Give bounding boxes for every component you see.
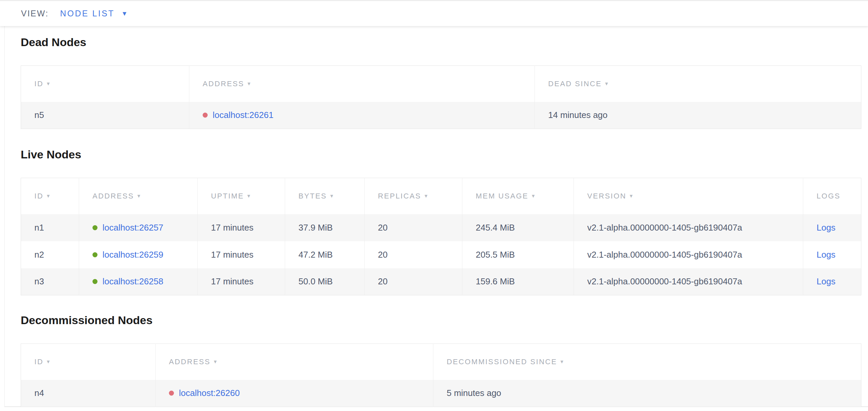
live-nodes-table: ID▾ ADDRESS▾ UPTIME▾ BYTES▾ REPLICAS▾ ME… xyxy=(21,178,861,295)
node-id-cell: n2 xyxy=(21,241,79,268)
column-header-uptime[interactable]: UPTIME▾ xyxy=(198,178,285,214)
sort-arrow-icon: ▾ xyxy=(214,358,218,365)
node-address-link[interactable]: localhost:26260 xyxy=(179,388,240,398)
sort-arrow-icon: ▾ xyxy=(561,358,564,365)
dead-since-cell: 14 minutes ago xyxy=(535,102,861,129)
version-cell: v2.1-alpha.00000000-1405-gb6190407a xyxy=(574,268,803,295)
column-label: ID xyxy=(34,192,43,200)
column-label: REPLICAS xyxy=(378,192,421,200)
sort-arrow-icon: ▾ xyxy=(248,81,251,87)
decommissioned-nodes-table: ID▾ ADDRESS▾ DECOMMISSIONED SINCE▾ n4 lo… xyxy=(21,344,861,407)
node-address-cell: localhost:26261 xyxy=(189,102,535,129)
uptime-cell: 17 minutes xyxy=(198,268,285,295)
column-header-address[interactable]: ADDRESS▾ xyxy=(156,344,433,380)
view-selector-dropdown[interactable]: NODE LIST ▼ xyxy=(60,9,127,19)
sort-arrow-icon: ▾ xyxy=(630,193,633,199)
column-header-logs: LOGS xyxy=(803,178,861,214)
logs-cell: Logs xyxy=(803,214,861,241)
column-label: DEAD SINCE xyxy=(548,80,601,88)
column-label: ID xyxy=(34,357,43,366)
column-header-address[interactable]: ADDRESS▾ xyxy=(79,178,198,214)
sort-arrow-icon: ▾ xyxy=(47,193,51,199)
node-status-dot-dead xyxy=(203,113,208,118)
logs-link[interactable]: Logs xyxy=(816,249,835,260)
column-label: BYTES xyxy=(299,192,327,200)
view-selected-value: NODE LIST xyxy=(60,9,115,19)
node-status-dot-decommissioned xyxy=(169,391,174,395)
version-cell: v2.1-alpha.00000000-1405-gb6190407a xyxy=(574,214,803,241)
mem-usage-cell: 159.6 MiB xyxy=(462,268,574,295)
live-nodes-header-row: ID▾ ADDRESS▾ UPTIME▾ BYTES▾ REPLICAS▾ ME… xyxy=(21,178,861,214)
node-id-cell: n4 xyxy=(21,380,156,407)
version-cell: v2.1-alpha.00000000-1405-gb6190407a xyxy=(574,241,803,268)
column-header-bytes[interactable]: BYTES▾ xyxy=(285,178,365,214)
table-row: n1 localhost:26257 17 minutes 37.9 MiB 2… xyxy=(21,214,861,241)
node-address-cell: localhost:26260 xyxy=(156,380,433,407)
node-status-dot-live xyxy=(92,225,97,230)
logs-link[interactable]: Logs xyxy=(816,276,835,286)
column-header-id[interactable]: ID▾ xyxy=(21,66,189,102)
node-id-cell: n1 xyxy=(21,214,79,241)
node-address-cell: localhost:26258 xyxy=(79,268,198,295)
decommissioned-nodes-header-row: ID▾ ADDRESS▾ DECOMMISSIONED SINCE▾ xyxy=(21,344,861,380)
node-address-link[interactable]: localhost:26257 xyxy=(102,223,163,233)
column-label: LOGS xyxy=(816,192,841,200)
dead-nodes-table: ID▾ ADDRESS▾ DEAD SINCE▾ n5 localhost:26… xyxy=(21,65,861,129)
replicas-cell: 20 xyxy=(365,241,462,268)
node-address-link[interactable]: localhost:26261 xyxy=(213,110,273,120)
bytes-cell: 37.9 MiB xyxy=(285,214,365,241)
column-label: ADDRESS xyxy=(203,80,244,88)
dead-nodes-heading: Dead Nodes xyxy=(21,26,865,49)
replicas-cell: 20 xyxy=(365,268,462,295)
column-header-replicas[interactable]: REPLICAS▾ xyxy=(365,178,462,214)
column-label: VERSION xyxy=(587,192,626,200)
table-row: n4 localhost:26260 5 minutes ago xyxy=(21,380,861,407)
logs-cell: Logs xyxy=(803,241,861,268)
node-address-link[interactable]: localhost:26258 xyxy=(102,276,163,286)
mem-usage-cell: 245.4 MiB xyxy=(462,214,574,241)
sort-arrow-icon: ▾ xyxy=(605,81,609,87)
column-header-decommissioned-since[interactable]: DECOMMISSIONED SINCE▾ xyxy=(433,344,861,380)
table-row: n5 localhost:26261 14 minutes ago xyxy=(21,102,861,129)
uptime-cell: 17 minutes xyxy=(198,241,285,268)
node-status-dot-live xyxy=(92,279,97,284)
node-id-cell: n3 xyxy=(21,268,79,295)
column-label: ADDRESS xyxy=(92,192,134,200)
column-header-address[interactable]: ADDRESS▾ xyxy=(189,66,535,102)
chevron-down-icon: ▼ xyxy=(121,10,127,17)
column-label: ID xyxy=(34,80,43,88)
sort-arrow-icon: ▾ xyxy=(532,193,535,199)
column-header-version[interactable]: VERSION▾ xyxy=(574,178,803,214)
column-header-id[interactable]: ID▾ xyxy=(21,178,79,214)
table-row: n2 localhost:26259 17 minutes 47.2 MiB 2… xyxy=(21,241,861,268)
column-label: DECOMMISSIONED SINCE xyxy=(447,357,557,366)
node-id-cell: n5 xyxy=(21,102,189,129)
view-bar: VIEW: NODE LIST ▼ xyxy=(0,0,868,26)
sort-arrow-icon: ▾ xyxy=(47,81,51,87)
sort-arrow-icon: ▾ xyxy=(247,193,251,199)
sort-arrow-icon: ▾ xyxy=(425,193,428,199)
column-header-mem-usage[interactable]: MEM USAGE▾ xyxy=(462,178,574,214)
node-list-page: Dead Nodes ID▾ ADDRESS▾ DEAD SINCE▾ n5 xyxy=(4,26,868,407)
node-address-link[interactable]: localhost:26259 xyxy=(102,249,163,260)
node-address-cell: localhost:26259 xyxy=(79,241,198,268)
column-label: UPTIME xyxy=(211,192,244,200)
column-label: MEM USAGE xyxy=(476,192,528,200)
replicas-cell: 20 xyxy=(365,214,462,241)
mem-usage-cell: 205.5 MiB xyxy=(462,241,574,268)
live-nodes-heading: Live Nodes xyxy=(21,148,865,161)
node-address-cell: localhost:26257 xyxy=(79,214,198,241)
decommissioned-since-cell: 5 minutes ago xyxy=(433,380,861,407)
uptime-cell: 17 minutes xyxy=(198,214,285,241)
view-label: VIEW: xyxy=(21,9,49,19)
sort-arrow-icon: ▾ xyxy=(330,193,334,199)
logs-link[interactable]: Logs xyxy=(816,223,835,233)
table-row: n3 localhost:26258 17 minutes 50.0 MiB 2… xyxy=(21,268,861,295)
column-header-id[interactable]: ID▾ xyxy=(21,344,156,380)
column-header-dead-since[interactable]: DEAD SINCE▾ xyxy=(535,66,861,102)
decommissioned-nodes-heading: Decommissioned Nodes xyxy=(21,314,865,327)
bytes-cell: 50.0 MiB xyxy=(285,268,365,295)
logs-cell: Logs xyxy=(803,268,861,295)
sort-arrow-icon: ▾ xyxy=(47,358,51,365)
dead-nodes-header-row: ID▾ ADDRESS▾ DEAD SINCE▾ xyxy=(21,66,861,102)
